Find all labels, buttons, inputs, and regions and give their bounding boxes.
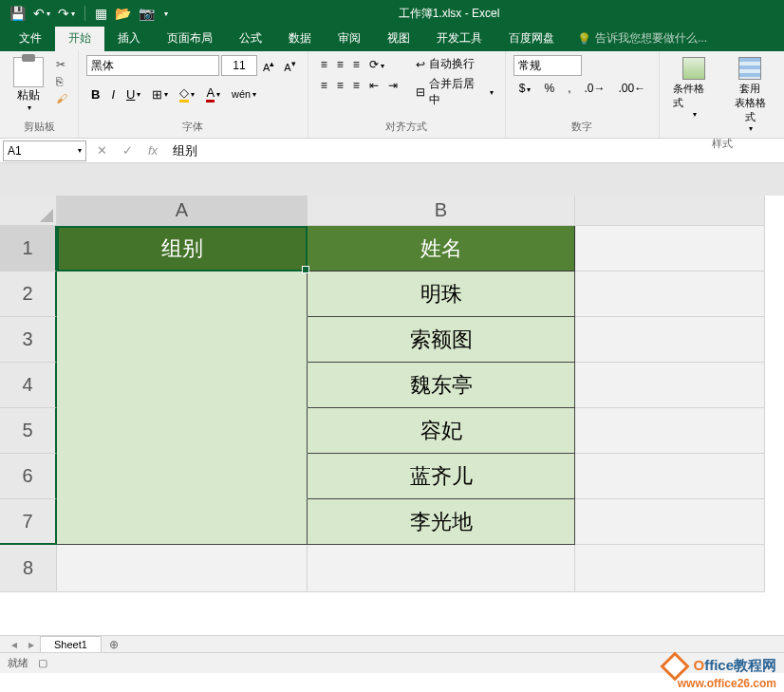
tab-view[interactable]: 视图 [374,26,423,51]
align-center-icon[interactable]: ≡ [332,76,348,95]
row-header-6[interactable]: 6 [0,454,57,499]
camera-icon[interactable]: 📷 [139,6,155,21]
tell-me-search[interactable]: 💡 告诉我您想要做什么... [568,26,717,51]
decrease-indent-icon[interactable]: ⇤ [364,76,383,95]
new-icon[interactable]: ▦ [95,6,107,21]
cell-b1[interactable]: 姓名 [308,226,575,271]
cell-c2[interactable] [575,271,765,317]
align-left-icon[interactable]: ≡ [316,76,332,95]
row-header-5[interactable]: 5 [0,408,57,454]
align-right-icon[interactable]: ≡ [348,76,364,95]
align-middle-icon[interactable]: ≡ [332,55,348,74]
decrease-decimal-icon[interactable]: .00← [612,79,651,98]
row-header-3[interactable]: 3 [0,317,57,363]
select-all-button[interactable] [0,196,57,226]
font-name-input[interactable] [86,55,219,76]
tab-formula[interactable]: 公式 [226,26,275,51]
open-icon[interactable]: 📂 [115,6,131,21]
border-button[interactable]: ⊞▾ [147,84,173,104]
italic-button[interactable]: I [106,84,120,104]
macro-record-icon[interactable]: ▢ [38,657,47,669]
format-painter-icon[interactable]: 🖌 [55,91,68,106]
save-icon[interactable]: 💾 [9,6,26,21]
cell-c6[interactable] [575,454,765,499]
font-color-button[interactable]: A▾ [201,83,225,105]
cell-b5[interactable]: 容妃 [308,408,575,454]
cell-a2[interactable] [57,271,308,317]
tab-dev[interactable]: 开发工具 [423,26,495,51]
cell-b4[interactable]: 魏东亭 [308,363,575,408]
cell-a7[interactable] [57,499,308,545]
number-format-input[interactable] [513,55,582,76]
redo-icon[interactable]: ↷▾ [58,6,75,21]
add-sheet-icon[interactable]: ⊕ [102,638,126,651]
cancel-icon[interactable]: ✕ [89,143,115,158]
group-styles: 条件格式 ▾ 套用 表格格式 ▾ 样式 [660,51,784,138]
row-header-4[interactable]: 4 [0,363,57,408]
paste-button[interactable]: 粘贴 ▾ [8,55,49,118]
percent-icon[interactable]: % [538,79,560,98]
tab-insert[interactable]: 插入 [104,26,154,51]
conditional-format-button[interactable]: 条件格式 ▾ [667,55,719,135]
tab-data[interactable]: 数据 [275,26,325,51]
decrease-font-icon[interactable]: A▾ [280,55,299,76]
tab-baidu[interactable]: 百度网盘 [495,26,568,51]
copy-icon[interactable]: ⎘ [55,74,68,89]
cell-b3[interactable]: 索额图 [308,317,575,363]
phonetic-button[interactable]: wén▾ [227,85,261,103]
confirm-icon[interactable]: ✓ [115,143,140,158]
name-box-dropdown-icon[interactable]: ▾ [78,146,82,155]
cell-c3[interactable] [575,317,765,363]
tab-file[interactable]: 文件 [6,26,55,51]
row-header-1[interactable]: 1 [0,226,57,271]
cell-a6[interactable] [57,454,308,499]
table-format-button[interactable]: 套用 表格格式 ▾ [724,55,776,135]
currency-icon[interactable]: $▾ [513,79,537,98]
underline-button[interactable]: U▾ [121,84,145,104]
row-header-2[interactable]: 2 [0,271,57,317]
fill-color-button[interactable]: ◇▾ [175,83,199,105]
sheet-nav-next-icon[interactable]: ▸ [23,638,40,651]
cell-c8[interactable] [575,545,765,592]
merge-center-button[interactable]: ⊟合并后居中▾ [412,75,497,109]
cell-c5[interactable] [575,408,765,454]
cell-b8[interactable] [308,545,575,592]
name-box[interactable]: A1 ▾ [3,140,86,161]
tab-home[interactable]: 开始 [55,26,104,51]
row-header-8[interactable]: 8 [0,545,57,592]
cell-a3[interactable] [57,317,308,363]
col-header-c[interactable] [575,196,765,226]
col-header-a[interactable]: A [57,196,308,226]
increase-decimal-icon[interactable]: .0→ [578,79,610,98]
bold-button[interactable]: B [86,84,104,104]
font-size-input[interactable] [221,55,257,76]
fx-icon[interactable]: fx [140,143,165,158]
cell-a4[interactable] [57,363,308,408]
tab-layout[interactable]: 页面布局 [154,26,226,51]
cell-b6[interactable]: 蓝齐儿 [308,454,575,499]
qat-customize-icon[interactable]: ▾ [162,9,168,18]
sheet-nav-prev-icon[interactable]: ◂ [6,638,23,651]
increase-indent-icon[interactable]: ⇥ [383,76,402,95]
comma-icon[interactable]: , [562,79,576,98]
cut-icon[interactable]: ✂ [55,57,68,72]
cell-b2[interactable]: 明珠 [308,271,575,317]
cell-a1[interactable]: 组别 [57,226,308,271]
align-top-icon[interactable]: ≡ [316,55,332,74]
increase-font-icon[interactable]: A▴ [259,55,278,76]
cell-a5[interactable] [57,408,308,454]
cell-c1[interactable] [575,226,765,271]
cell-b7[interactable]: 李光地 [308,499,575,545]
align-bottom-icon[interactable]: ≡ [348,55,364,74]
table-format-icon [738,57,761,80]
cell-c7[interactable] [575,499,765,545]
row-header-7[interactable]: 7 [0,499,57,545]
tab-review[interactable]: 审阅 [325,26,374,51]
wrap-text-button[interactable]: ↩自动换行 [412,55,497,73]
col-header-b[interactable]: B [308,196,575,226]
orientation-icon[interactable]: ⟳▾ [364,55,389,74]
sheet-tab-1[interactable]: Sheet1 [40,636,102,652]
undo-icon[interactable]: ↶▾ [33,6,50,21]
cell-c4[interactable] [575,363,765,408]
cell-a8[interactable] [57,545,308,592]
